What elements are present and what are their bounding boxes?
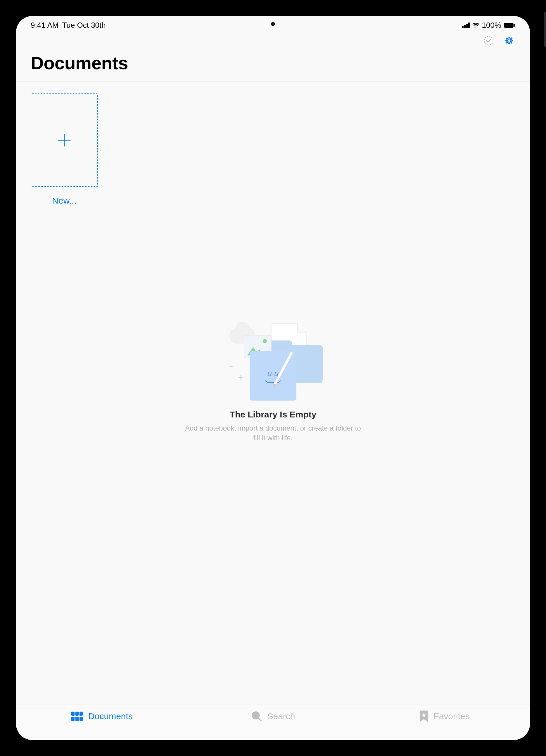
svg-rect-10 (79, 717, 83, 721)
gear-icon (504, 35, 515, 46)
bookmark-star-icon (419, 710, 429, 722)
status-date: Tue Oct 30th (62, 21, 105, 30)
tab-documents[interactable]: Documents (16, 710, 187, 722)
tab-search[interactable]: Search (187, 710, 359, 722)
svg-rect-0 (504, 23, 514, 28)
plus-icon (56, 131, 73, 149)
empty-state-subtitle: Add a notebook, import a document, or cr… (182, 424, 364, 443)
device-side-button (544, 12, 546, 47)
page-title: Documents (31, 53, 515, 73)
svg-rect-6 (75, 712, 79, 716)
settings-button[interactable] (503, 34, 515, 47)
screen: 9:41 AM Tue Oct 30th 100% (16, 16, 530, 740)
tab-documents-label: Documents (88, 711, 133, 721)
status-time: 9:41 AM (31, 21, 58, 30)
content-area: New... u u + + The Library Is Empty Add … (16, 82, 530, 705)
battery-icon (504, 22, 515, 28)
svg-rect-5 (71, 712, 74, 716)
empty-state-title: The Library Is Empty (182, 410, 364, 419)
camera-notch (271, 22, 275, 26)
page-header: Documents (16, 47, 530, 82)
tab-search-label: Search (267, 711, 295, 721)
new-document-tile[interactable] (31, 93, 98, 187)
svg-point-2 (484, 36, 493, 45)
cellular-signal-icon (462, 22, 470, 28)
toolbar (16, 32, 530, 47)
empty-state-illustration: u u + + (223, 319, 323, 401)
select-mode-button[interactable] (483, 34, 495, 47)
wifi-icon (472, 22, 480, 28)
svg-rect-7 (79, 712, 83, 716)
search-icon (251, 710, 262, 722)
battery-percent: 100% (482, 21, 502, 30)
tab-favorites[interactable]: Favorites (359, 710, 530, 722)
svg-rect-8 (71, 717, 74, 721)
tab-favorites-label: Favorites (434, 711, 469, 721)
svg-rect-9 (75, 717, 79, 721)
grid-icon (71, 711, 84, 722)
svg-rect-1 (514, 24, 515, 27)
empty-state: u u + + The Library Is Empty Add a noteb… (182, 319, 364, 443)
ipad-frame: 9:41 AM Tue Oct 30th 100% (0, 0, 546, 756)
svg-line-12 (258, 718, 261, 721)
tab-bar: Documents Search Favorites (16, 705, 530, 740)
new-document-label: New... (31, 196, 98, 206)
